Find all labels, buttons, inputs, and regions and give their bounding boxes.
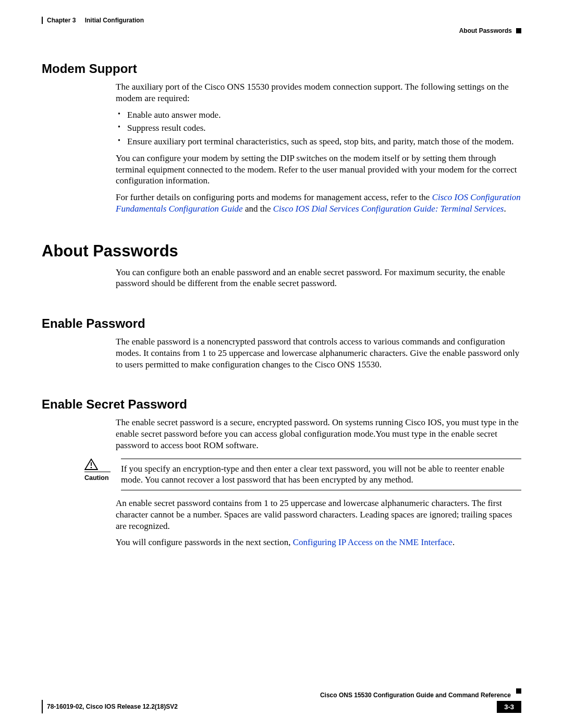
svg-point-2: [91, 466, 92, 468]
modem-dip-paragraph: You can configure your modem by setting …: [116, 153, 521, 187]
running-header-section: About Passwords: [42, 27, 521, 34]
section-marker-text: About Passwords: [459, 27, 512, 34]
enable-secret-para2: An enable secret password contains from …: [116, 498, 521, 532]
enable-secret-para3: You will configure passwords in the next…: [116, 537, 521, 548]
caution-text: If you specify an encryption-type and th…: [121, 459, 521, 491]
heading-about-passwords: About Passwords: [42, 242, 521, 261]
modem-ref-paragraph: For further details on configuring ports…: [116, 192, 521, 215]
caution-label: Caution: [84, 474, 116, 482]
modem-support-body: The auxiliary port of the Cisco ONS 1553…: [116, 81, 521, 215]
link-configuring-ip-access[interactable]: Configuring IP Access on the NME Interfa…: [293, 537, 452, 547]
header-endcap-icon: [516, 28, 521, 33]
ref-tail: .: [504, 204, 506, 214]
page-footer: Cisco ONS 15530 Configuration Guide and …: [42, 692, 521, 713]
enable-secret-followup: An enable secret password contains from …: [116, 498, 521, 548]
enable-password-paragraph: The enable password is a nonencrypted pa…: [116, 336, 521, 370]
enable-password-body: The enable password is a nonencrypted pa…: [116, 336, 521, 370]
ref-lead: For further details on configuring ports…: [116, 192, 432, 202]
caution-triangle-icon: [84, 459, 111, 470]
chapter-title: Initial Configuration: [85, 17, 144, 24]
enable-secret-body: The enable secret password is a secure, …: [116, 417, 521, 451]
para3-lead: You will configure passwords in the next…: [116, 537, 293, 547]
about-passwords-intro: You can configure both an enable passwor…: [116, 267, 521, 290]
about-passwords-body: You can configure both an enable passwor…: [116, 267, 521, 290]
heading-enable-secret-password: Enable Secret Password: [42, 397, 521, 412]
caution-block: Caution If you specify an encryption-typ…: [84, 459, 521, 491]
modem-intro: The auxiliary port of the Cisco ONS 1553…: [116, 81, 521, 104]
footer-bar: 78-16019-02, Cisco IOS Release 12.2(18)S…: [42, 700, 521, 713]
page-number: 3-3: [497, 701, 521, 713]
heading-enable-password: Enable Password: [42, 316, 521, 331]
link-cisco-ios-dial-services[interactable]: Cisco IOS Dial Services Configuration Gu…: [273, 204, 504, 214]
footer-endcap-icon: [516, 688, 521, 694]
enable-secret-para1: The enable secret password is a secure, …: [116, 417, 521, 451]
chapter-number: Chapter 3: [47, 17, 76, 24]
heading-modem-support: Modem Support: [42, 61, 521, 76]
caution-gutter: Caution: [84, 459, 116, 491]
chapter-line: Chapter 3 Initial Configuration: [47, 17, 521, 24]
modem-bullet-list: Enable auto answer mode. Suppress result…: [116, 109, 521, 147]
list-item: Ensure auxiliary port terminal character…: [116, 136, 521, 147]
para3-tail: .: [452, 537, 455, 547]
footer-release-line: 78-16019-02, Cisco IOS Release 12.2(18)S…: [47, 703, 497, 710]
list-item: Suppress result codes.: [116, 122, 521, 134]
ref-mid: and the: [243, 204, 273, 214]
footer-guide-title: Cisco ONS 15530 Configuration Guide and …: [42, 692, 513, 699]
running-header: Chapter 3 Initial Configuration: [42, 17, 521, 24]
list-item: Enable auto answer mode.: [116, 109, 521, 121]
page: Chapter 3 Initial Configuration About Pa…: [0, 0, 563, 728]
